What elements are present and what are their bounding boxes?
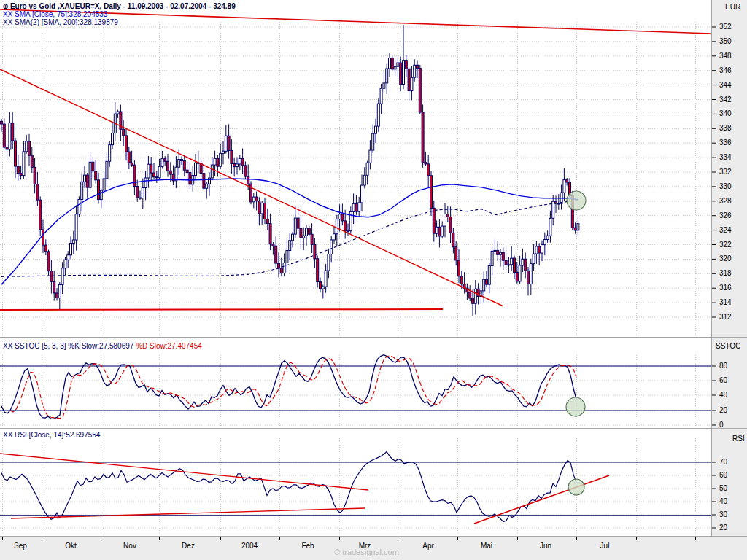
sma200-legend[interactable]: XX SMA(2) [SMA, 200]:328.139879 — [3, 18, 118, 26]
price-tick-label: 320 — [719, 254, 732, 262]
price-tick-label: 330 — [719, 182, 732, 190]
month-label: Jul — [600, 542, 610, 550]
price-tick-label: 336 — [719, 139, 732, 147]
price-tick-label: 338 — [719, 124, 732, 132]
sstoc-tick-label: 20 — [719, 406, 727, 414]
price-tick-label: 316 — [719, 284, 732, 292]
price-tick-label: 322 — [719, 241, 732, 249]
chart-plot-area[interactable] — [0, 0, 711, 536]
price-tick-label: 342 — [719, 96, 732, 104]
price-tick-label: 318 — [719, 269, 732, 277]
rsi-tick-label: 20 — [719, 524, 727, 532]
month-label: Sep — [14, 542, 27, 550]
sstoc-tick-label: 0 — [719, 421, 724, 429]
sstoc-tick-label: 80 — [719, 362, 727, 370]
price-tick-label: 324 — [719, 226, 732, 234]
month-label: Mai — [481, 542, 492, 550]
rsi-tick-label: 40 — [719, 497, 727, 505]
price-tick-label: 334 — [719, 153, 732, 161]
rsi-tick-label: 70 — [719, 458, 727, 466]
month-label: Nov — [123, 542, 136, 550]
price-tick-label: 328 — [719, 197, 732, 205]
price-tick-label: 350 — [719, 37, 732, 45]
price-tick-label: 344 — [719, 81, 732, 89]
sstoc-legend[interactable]: XX SSTOC [5, 3, 3] %K Slow:27.580697 %D … — [3, 342, 202, 350]
rsi-legend[interactable]: XX RSI [Close, 14]:52.697554 — [3, 431, 100, 439]
price-tick-label: 352 — [719, 23, 732, 31]
price-tick-label: 340 — [719, 109, 732, 117]
watermark: © tradesignal.com — [334, 548, 399, 556]
instrument-icon: φ — [3, 2, 8, 10]
chart-window: φ Euro vs Gold ,XAUEUR=X, Daily - 11.09.… — [0, 0, 747, 560]
price-tick-label: 348 — [719, 52, 732, 60]
price-tick-label: 314 — [719, 298, 732, 306]
sstoc-tick-label: 40 — [719, 391, 727, 399]
price-tick-label: 346 — [719, 66, 732, 74]
sma75-legend[interactable]: XX SMA [Close, 75]:328.204533 — [3, 10, 107, 18]
price-axis-title: EUR — [725, 3, 740, 11]
chart-title: φ Euro vs Gold ,XAUEUR=X, Daily - 11.09.… — [3, 2, 236, 10]
month-label: Okt — [65, 542, 77, 550]
month-label: Apr — [422, 542, 434, 550]
price-tick-label: 332 — [719, 168, 732, 176]
sstoc-axis-title: SSTOC — [716, 342, 740, 350]
rsi-tick-label: 50 — [719, 484, 727, 492]
price-tick-label: 326 — [719, 211, 732, 219]
month-label: Dez — [182, 542, 195, 550]
rsi-tick-label: 60 — [719, 471, 727, 479]
month-label: 2004 — [241, 542, 258, 550]
price-tick-label: 312 — [719, 313, 732, 321]
rsi-axis-title: RSI — [732, 435, 745, 443]
month-label: Jun — [540, 542, 551, 550]
sstoc-tick-label: 60 — [719, 376, 727, 384]
rsi-tick-label: 30 — [719, 510, 727, 518]
month-label: Feb — [301, 542, 314, 550]
